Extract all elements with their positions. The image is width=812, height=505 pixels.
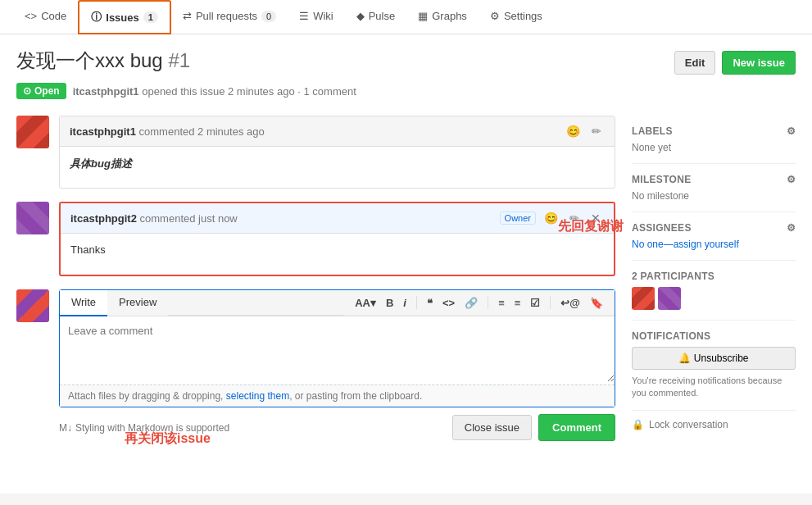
edit-button[interactable]: Edit	[674, 51, 716, 75]
sidebar-assignees-header: Assignees ⚙	[632, 222, 796, 234]
comment-2-header: itcastphpgit2 commented just now Owner 😊…	[61, 203, 614, 234]
sidebar-participants-section: 2 participants	[632, 261, 796, 321]
toolbar-quote[interactable]: ❝	[424, 295, 436, 311]
comment-1-meta: itcastphpgit1 commented 2 minutes ago	[70, 125, 265, 138]
toolbar-heading[interactable]: AA▾	[352, 295, 379, 311]
toolbar-reference[interactable]: 🔖	[587, 295, 606, 311]
new-issue-button[interactable]: New issue	[722, 51, 796, 75]
issue-header: 发现一个xxx bug #1 Edit New issue	[16, 48, 796, 75]
comment-1-header: itcastphpgit1 commented 2 minutes ago 😊 …	[60, 116, 615, 147]
nav-pull-requests[interactable]: ⇄ Pull requests 0	[171, 2, 288, 32]
comment-textarea[interactable]	[60, 316, 615, 382]
write-area: Write Preview AA▾ B i ❝	[59, 289, 615, 407]
toolbar-link[interactable]: 🔗	[461, 295, 481, 311]
comment-2-react-button[interactable]: 😊	[541, 210, 561, 226]
write-tabs: Write Preview AA▾ B i ❝	[60, 290, 615, 316]
sidebar-assignees-value: No one—assign yourself	[632, 239, 796, 250]
comment-1-wrapper: itcastphpgit1 commented 2 minutes ago 😊 …	[16, 116, 615, 189]
comment-2-body: Thanks	[61, 234, 614, 275]
status-badge: ⊙ Open	[16, 83, 66, 99]
gear-icon-assignees[interactable]: ⚙	[787, 222, 796, 234]
issue-meta: itcastphpgit1 opened this issue 2 minute…	[73, 85, 356, 98]
nav-code[interactable]: <> Code	[13, 2, 78, 32]
write-toolbar: AA▾ B i ❝ <> 🔗 ≡ ≡	[343, 290, 615, 316]
participant-2-avatar	[658, 287, 681, 310]
comment-2-edit-button[interactable]: ✏	[566, 210, 583, 226]
toolbar-code[interactable]: <>	[439, 295, 458, 311]
sidebar-milestone-header: Milestone ⚙	[632, 174, 796, 185]
comment-2-wrapper: itcastphpgit2 commented just now Owner 😊…	[16, 202, 615, 276]
lock-conversation[interactable]: 🔒 Lock conversation	[632, 411, 796, 430]
wiki-icon: ☰	[299, 10, 309, 22]
close-issue-button[interactable]: Close issue	[452, 415, 532, 440]
issues-icon: ⓘ	[91, 10, 102, 25]
select-files-link[interactable]: selecting them	[226, 390, 289, 402]
markdown-hint: M↓ Styling with Markdown is supported	[59, 422, 229, 434]
comment-2-actions: Owner 😊 ✏ ✕	[500, 210, 604, 226]
write-comment-section: Write Preview AA▾ B i ❝	[16, 289, 615, 441]
nav-wiki[interactable]: ☰ Wiki	[288, 2, 345, 32]
toolbar-tasklist[interactable]: ☑	[527, 295, 543, 311]
participants-list	[632, 287, 796, 310]
sidebar-labels-section: Labels ⚙ None yet	[632, 116, 796, 164]
graphs-icon: ▦	[418, 10, 428, 22]
lock-icon: 🔒	[632, 419, 644, 430]
comment-1-actions: 😊 ✏	[563, 123, 605, 139]
issue-body: itcastphpgit1 commented 2 minutes ago 😊 …	[16, 116, 796, 454]
gear-icon-labels[interactable]: ⚙	[787, 125, 796, 137]
pr-icon: ⇄	[183, 10, 192, 22]
comment-1-edit-button[interactable]: ✏	[588, 123, 605, 139]
sidebar-milestone-value: No milestone	[632, 190, 796, 202]
comment-1-box: itcastphpgit1 commented 2 minutes ago 😊 …	[59, 116, 615, 189]
toolbar-sep1	[416, 296, 417, 309]
issues-badge: 1	[143, 11, 158, 23]
sidebar-participants-header: 2 participants	[632, 271, 796, 282]
toolbar-ordered-list[interactable]: ≡	[511, 295, 524, 311]
unsubscribe-button[interactable]: 🔔 Unsubscribe	[632, 347, 796, 370]
write-avatar	[16, 289, 49, 322]
issue-status-line: ⊙ Open itcastphpgit1 opened this issue 2…	[16, 83, 796, 99]
sidebar-assignees-section: Assignees ⚙ No one—assign yourself	[632, 212, 796, 261]
nav-graphs[interactable]: ▦ Graphs	[406, 2, 479, 32]
comment-1-body: 具体bug描述	[60, 147, 615, 188]
assign-yourself-link[interactable]: No one—assign yourself	[632, 239, 739, 250]
attach-bar: Attach files by dragging & dropping, sel…	[60, 384, 615, 407]
comment-2-close-button[interactable]: ✕	[587, 210, 604, 226]
sidebar-milestone-section: Milestone ⚙ No milestone	[632, 164, 796, 212]
toolbar-italic[interactable]: i	[400, 295, 410, 311]
pulse-icon: ◆	[356, 10, 365, 22]
comment-1-avatar	[16, 116, 49, 148]
issue-title: 发现一个xxx bug #1	[16, 48, 190, 74]
toolbar-mention[interactable]: ↩@	[557, 295, 583, 311]
nav-pulse[interactable]: ◆ Pulse	[345, 2, 407, 32]
nav-settings[interactable]: ⚙ Settings	[479, 2, 554, 32]
pr-badge: 0	[261, 11, 276, 22]
code-icon: <>	[25, 10, 37, 22]
notifications-text: You're receiving notifications because y…	[632, 375, 796, 400]
gear-icon-milestone[interactable]: ⚙	[787, 174, 796, 185]
tab-preview[interactable]: Preview	[107, 290, 168, 316]
open-icon: ⊙	[23, 85, 31, 97]
comment-2-avatar	[16, 202, 49, 234]
write-comment-wrapper: Write Preview AA▾ B i ❝	[16, 289, 615, 441]
toolbar-unordered-list[interactable]: ≡	[495, 295, 508, 311]
toolbar-bold[interactable]: B	[383, 295, 397, 311]
comment-button[interactable]: Comment	[538, 414, 615, 441]
write-footer: M↓ Styling with Markdown is supported Cl…	[59, 407, 615, 441]
header-actions: Edit New issue	[674, 51, 796, 75]
toolbar-sep3	[550, 296, 551, 309]
sidebar-notifications-section: Notifications 🔔 Unsubscribe You're recei…	[632, 321, 796, 411]
comment-2-meta: itcastphpgit2 commented just now	[70, 212, 238, 225]
comment-2-container: itcastphpgit2 commented just now Owner 😊…	[16, 202, 615, 276]
sidebar-labels-header: Labels ⚙	[632, 125, 796, 137]
write-footer-actions: Close issue Comment	[452, 414, 615, 441]
markdown-icon: M↓	[59, 422, 72, 434]
tab-write[interactable]: Write	[60, 290, 107, 316]
comment-1-react-button[interactable]: 😊	[563, 123, 583, 139]
issue-sidebar: Labels ⚙ None yet Milestone ⚙ No milesto…	[632, 116, 796, 454]
nav-issues[interactable]: ⓘ Issues 1	[78, 0, 171, 34]
settings-icon: ⚙	[490, 10, 500, 22]
write-comment-main: Write Preview AA▾ B i ❝	[59, 289, 615, 441]
toolbar-sep2	[488, 296, 488, 309]
sidebar-labels-value: None yet	[632, 142, 796, 153]
